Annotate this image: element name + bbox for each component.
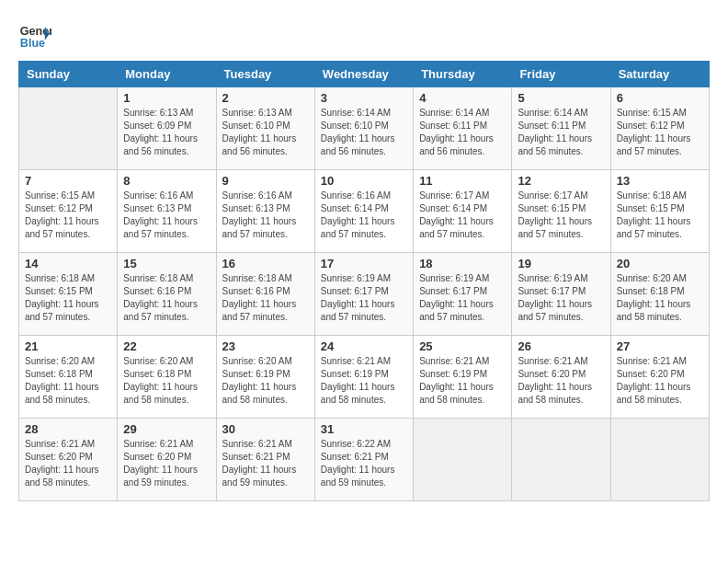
weekday-header-monday: Monday: [118, 62, 216, 87]
calendar-cell: 2Sunrise: 6:13 AM Sunset: 6:10 PM Daylig…: [216, 87, 314, 170]
day-info: Sunrise: 6:18 AM Sunset: 6:16 PM Dayligh…: [123, 272, 210, 324]
day-info: Sunrise: 6:21 AM Sunset: 6:20 PM Dayligh…: [518, 355, 604, 407]
day-info: Sunrise: 6:19 AM Sunset: 6:17 PM Dayligh…: [321, 272, 407, 324]
day-info: Sunrise: 6:18 AM Sunset: 6:16 PM Dayligh…: [222, 272, 309, 324]
day-info: Sunrise: 6:18 AM Sunset: 6:15 PM Dayligh…: [617, 190, 703, 241]
day-number: 28: [25, 422, 111, 436]
day-number: 21: [25, 339, 111, 353]
calendar-cell: 16Sunrise: 6:18 AM Sunset: 6:16 PM Dayli…: [216, 253, 314, 336]
day-info: Sunrise: 6:16 AM Sunset: 6:14 PM Dayligh…: [321, 190, 407, 241]
calendar-cell: 30Sunrise: 6:21 AM Sunset: 6:21 PM Dayli…: [216, 419, 314, 501]
calendar-cell: 8Sunrise: 6:16 AM Sunset: 6:13 PM Daylig…: [118, 170, 216, 253]
day-info: Sunrise: 6:13 AM Sunset: 6:09 PM Dayligh…: [123, 107, 210, 158]
calendar-cell: 29Sunrise: 6:21 AM Sunset: 6:20 PM Dayli…: [118, 419, 216, 501]
day-number: 7: [25, 174, 111, 188]
day-number: 10: [321, 174, 407, 188]
day-number: 9: [222, 174, 309, 188]
day-number: 12: [518, 174, 604, 188]
day-info: Sunrise: 6:17 AM Sunset: 6:14 PM Dayligh…: [419, 190, 506, 241]
day-info: Sunrise: 6:21 AM Sunset: 6:19 PM Dayligh…: [321, 355, 407, 407]
day-number: 27: [617, 339, 703, 353]
day-info: Sunrise: 6:22 AM Sunset: 6:21 PM Dayligh…: [321, 438, 407, 489]
calendar-header: SundayMondayTuesdayWednesdayThursdayFrid…: [19, 62, 710, 87]
calendar-cell: 5Sunrise: 6:14 AM Sunset: 6:11 PM Daylig…: [512, 87, 610, 170]
day-info: Sunrise: 6:21 AM Sunset: 6:20 PM Dayligh…: [123, 438, 210, 489]
svg-text:Blue: Blue: [20, 37, 45, 50]
day-number: 13: [617, 174, 703, 188]
day-number: 26: [518, 339, 604, 353]
day-number: 1: [123, 91, 210, 105]
calendar-cell: 6Sunrise: 6:15 AM Sunset: 6:12 PM Daylig…: [610, 87, 709, 170]
day-info: Sunrise: 6:20 AM Sunset: 6:19 PM Dayligh…: [222, 355, 309, 407]
calendar-cell: [512, 419, 610, 501]
day-info: Sunrise: 6:21 AM Sunset: 6:21 PM Dayligh…: [222, 438, 309, 489]
weekday-header-saturday: Saturday: [610, 62, 709, 87]
day-number: 8: [123, 174, 210, 188]
day-info: Sunrise: 6:16 AM Sunset: 6:13 PM Dayligh…: [123, 190, 210, 241]
logo-icon: General Blue: [18, 18, 51, 52]
weekday-header-row: SundayMondayTuesdayWednesdayThursdayFrid…: [19, 62, 710, 87]
calendar-cell: 9Sunrise: 6:16 AM Sunset: 6:13 PM Daylig…: [216, 170, 314, 253]
day-number: 31: [321, 422, 407, 436]
calendar-cell: 25Sunrise: 6:21 AM Sunset: 6:19 PM Dayli…: [414, 336, 512, 419]
day-number: 5: [518, 91, 604, 105]
calendar-cell: 7Sunrise: 6:15 AM Sunset: 6:12 PM Daylig…: [19, 170, 118, 253]
calendar-cell: 17Sunrise: 6:19 AM Sunset: 6:17 PM Dayli…: [314, 253, 413, 336]
calendar-cell: [414, 419, 512, 501]
calendar-cell: 3Sunrise: 6:14 AM Sunset: 6:10 PM Daylig…: [314, 87, 413, 170]
day-number: 19: [518, 257, 604, 270]
calendar-cell: 31Sunrise: 6:22 AM Sunset: 6:21 PM Dayli…: [314, 419, 413, 501]
day-number: 2: [222, 91, 309, 105]
weekday-header-friday: Friday: [512, 62, 610, 87]
calendar-cell: 27Sunrise: 6:21 AM Sunset: 6:20 PM Dayli…: [610, 336, 709, 419]
calendar-cell: 12Sunrise: 6:17 AM Sunset: 6:15 PM Dayli…: [512, 170, 610, 253]
weekday-header-tuesday: Tuesday: [216, 62, 314, 87]
calendar-cell: 18Sunrise: 6:19 AM Sunset: 6:17 PM Dayli…: [414, 253, 512, 336]
day-info: Sunrise: 6:20 AM Sunset: 6:18 PM Dayligh…: [617, 272, 703, 324]
day-number: 16: [222, 257, 309, 270]
calendar-cell: 11Sunrise: 6:17 AM Sunset: 6:14 PM Dayli…: [414, 170, 512, 253]
day-info: Sunrise: 6:13 AM Sunset: 6:10 PM Dayligh…: [222, 107, 309, 158]
day-number: 15: [123, 257, 210, 270]
calendar-week-row: 28Sunrise: 6:21 AM Sunset: 6:20 PM Dayli…: [19, 419, 710, 501]
day-info: Sunrise: 6:16 AM Sunset: 6:13 PM Dayligh…: [222, 190, 309, 241]
day-number: 18: [419, 257, 506, 270]
day-info: Sunrise: 6:20 AM Sunset: 6:18 PM Dayligh…: [25, 355, 111, 407]
calendar-cell: 28Sunrise: 6:21 AM Sunset: 6:20 PM Dayli…: [19, 419, 118, 501]
day-info: Sunrise: 6:17 AM Sunset: 6:15 PM Dayligh…: [518, 190, 604, 241]
day-number: 20: [617, 257, 703, 270]
calendar-cell: 10Sunrise: 6:16 AM Sunset: 6:14 PM Dayli…: [314, 170, 413, 253]
calendar-week-row: 14Sunrise: 6:18 AM Sunset: 6:15 PM Dayli…: [19, 253, 710, 336]
day-info: Sunrise: 6:21 AM Sunset: 6:20 PM Dayligh…: [25, 438, 111, 489]
day-number: 4: [419, 91, 506, 105]
day-number: 3: [321, 91, 407, 105]
day-number: 14: [25, 257, 111, 270]
page-header: General Blue: [18, 18, 710, 52]
calendar-cell: 26Sunrise: 6:21 AM Sunset: 6:20 PM Dayli…: [512, 336, 610, 419]
calendar-cell: 21Sunrise: 6:20 AM Sunset: 6:18 PM Dayli…: [19, 336, 118, 419]
calendar-cell: 4Sunrise: 6:14 AM Sunset: 6:11 PM Daylig…: [414, 87, 512, 170]
day-number: 17: [321, 257, 407, 270]
day-info: Sunrise: 6:15 AM Sunset: 6:12 PM Dayligh…: [617, 107, 703, 158]
day-number: 22: [123, 339, 210, 353]
logo: General Blue: [18, 18, 55, 52]
day-number: 6: [617, 91, 703, 105]
calendar-cell: [610, 419, 709, 501]
day-info: Sunrise: 6:19 AM Sunset: 6:17 PM Dayligh…: [518, 272, 604, 324]
day-number: 24: [321, 339, 407, 353]
day-info: Sunrise: 6:21 AM Sunset: 6:19 PM Dayligh…: [419, 355, 506, 407]
day-info: Sunrise: 6:15 AM Sunset: 6:12 PM Dayligh…: [25, 190, 111, 241]
calendar-cell: [19, 87, 118, 170]
day-number: 29: [123, 422, 210, 436]
calendar-body: 1Sunrise: 6:13 AM Sunset: 6:09 PM Daylig…: [19, 87, 710, 501]
day-info: Sunrise: 6:21 AM Sunset: 6:20 PM Dayligh…: [617, 355, 703, 407]
day-number: 11: [419, 174, 506, 188]
day-info: Sunrise: 6:14 AM Sunset: 6:11 PM Dayligh…: [419, 107, 506, 158]
calendar-cell: 24Sunrise: 6:21 AM Sunset: 6:19 PM Dayli…: [314, 336, 413, 419]
calendar-week-row: 7Sunrise: 6:15 AM Sunset: 6:12 PM Daylig…: [19, 170, 710, 253]
calendar-week-row: 21Sunrise: 6:20 AM Sunset: 6:18 PM Dayli…: [19, 336, 710, 419]
calendar-cell: 19Sunrise: 6:19 AM Sunset: 6:17 PM Dayli…: [512, 253, 610, 336]
calendar-cell: 1Sunrise: 6:13 AM Sunset: 6:09 PM Daylig…: [118, 87, 216, 170]
weekday-header-sunday: Sunday: [19, 62, 118, 87]
day-info: Sunrise: 6:19 AM Sunset: 6:17 PM Dayligh…: [419, 272, 506, 324]
